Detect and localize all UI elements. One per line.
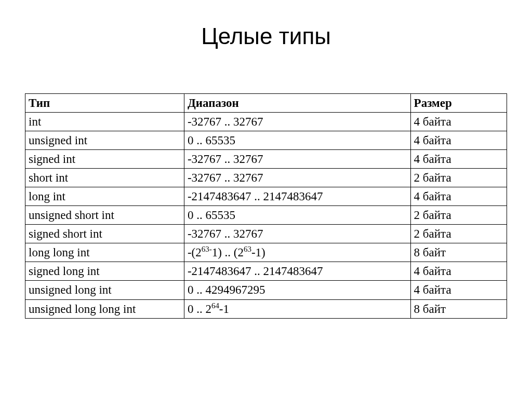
cell-type: short int	[25, 169, 184, 187]
cell-type: long long int	[25, 243, 184, 262]
cell-size: 2 байта	[410, 169, 507, 187]
cell-type: unsigned long long int	[25, 299, 184, 318]
integer-types-table: Тип Диапазон Размер int-32767 .. 327674 …	[25, 93, 507, 319]
cell-type: signed long int	[25, 262, 184, 281]
table-row: unsigned long long int0 .. 264-18 байт	[25, 299, 507, 318]
table-container: Тип Диапазон Размер int-32767 .. 327674 …	[0, 93, 532, 319]
table-row: long long int-(263-1) .. (263-1)8 байт	[25, 243, 507, 262]
cell-type: unsigned short int	[25, 206, 184, 225]
cell-size: 2 байта	[410, 206, 507, 225]
header-type: Тип	[25, 94, 184, 113]
cell-size: 8 байт	[410, 299, 507, 318]
cell-range: -32767 .. 32767	[184, 169, 410, 187]
cell-range: -2147483647 .. 2147483647	[184, 187, 410, 206]
table-row: short int-32767 .. 327672 байта	[25, 169, 507, 187]
cell-type: unsigned int	[25, 131, 184, 150]
cell-type: int	[25, 113, 184, 131]
cell-size: 4 байта	[410, 131, 507, 150]
cell-type: signed int	[25, 150, 184, 169]
cell-size: 4 байта	[410, 262, 507, 281]
cell-range: 0 .. 4294967295	[184, 281, 410, 299]
table-row: long int-2147483647 .. 21474836474 байта	[25, 187, 507, 206]
header-size: Размер	[410, 94, 507, 113]
table-body: int-32767 .. 327674 байтаunsigned int0 .…	[25, 113, 507, 319]
table-row: int-32767 .. 327674 байта	[25, 113, 507, 131]
table-row: signed long int-2147483647 .. 2147483647…	[25, 262, 507, 281]
table-row: signed int-32767 .. 327674 байта	[25, 150, 507, 169]
cell-range: 0 .. 65535	[184, 131, 410, 150]
table-header-row: Тип Диапазон Размер	[25, 94, 507, 113]
cell-range: 0 .. 264-1	[184, 299, 410, 318]
table-row: unsigned long int0 .. 42949672954 байта	[25, 281, 507, 299]
table-row: unsigned short int0 .. 655352 байта	[25, 206, 507, 225]
page-title: Целые типы	[0, 23, 532, 49]
cell-size: 2 байта	[410, 225, 507, 243]
cell-range: -(263-1) .. (263-1)	[184, 243, 410, 262]
cell-size: 4 байта	[410, 150, 507, 169]
cell-range: -32767 .. 32767	[184, 113, 410, 131]
cell-range: -32767 .. 32767	[184, 150, 410, 169]
cell-range: -2147483647 .. 2147483647	[184, 262, 410, 281]
cell-range: -32767 .. 32767	[184, 225, 410, 243]
cell-type: long int	[25, 187, 184, 206]
cell-type: unsigned long int	[25, 281, 184, 299]
cell-size: 4 байта	[410, 281, 507, 299]
cell-size: 8 байт	[410, 243, 507, 262]
table-row: signed short int-32767 .. 327672 байта	[25, 225, 507, 243]
table-row: unsigned int0 .. 655354 байта	[25, 131, 507, 150]
header-range: Диапазон	[184, 94, 410, 113]
cell-range: 0 .. 65535	[184, 206, 410, 225]
cell-type: signed short int	[25, 225, 184, 243]
cell-size: 4 байта	[410, 113, 507, 131]
cell-size: 4 байта	[410, 187, 507, 206]
